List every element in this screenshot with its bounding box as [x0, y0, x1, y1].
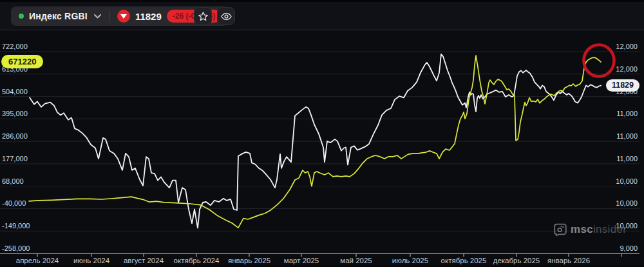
last-price: 11829	[135, 11, 162, 22]
app-window: Индекс RGBI 11829 -26 (-0.22%) mscinside…	[0, 0, 644, 267]
market-open-dot	[19, 14, 24, 19]
ticker-name: Индекс RGBI	[29, 11, 88, 21]
favorite-button[interactable]	[194, 7, 212, 25]
chart-plot	[0, 0, 644, 267]
watchlist-button[interactable]	[217, 7, 235, 25]
price-direction-down-icon	[117, 10, 130, 23]
star-icon	[198, 11, 209, 22]
watermark-text: mscinsider	[571, 223, 627, 236]
watermark: mscinsider	[554, 222, 627, 236]
chart-toolbar: Индекс RGBI 11829 -26 (-0.22%)	[0, 2, 644, 30]
mscinsider-logo-icon	[554, 222, 567, 236]
eye-icon	[220, 10, 232, 23]
yellow-series-value-badge: 671220	[1, 55, 43, 68]
chevron-down-icon[interactable]	[94, 14, 101, 19]
divider	[109, 10, 109, 22]
white-series-value-badge: 11829	[606, 79, 639, 92]
